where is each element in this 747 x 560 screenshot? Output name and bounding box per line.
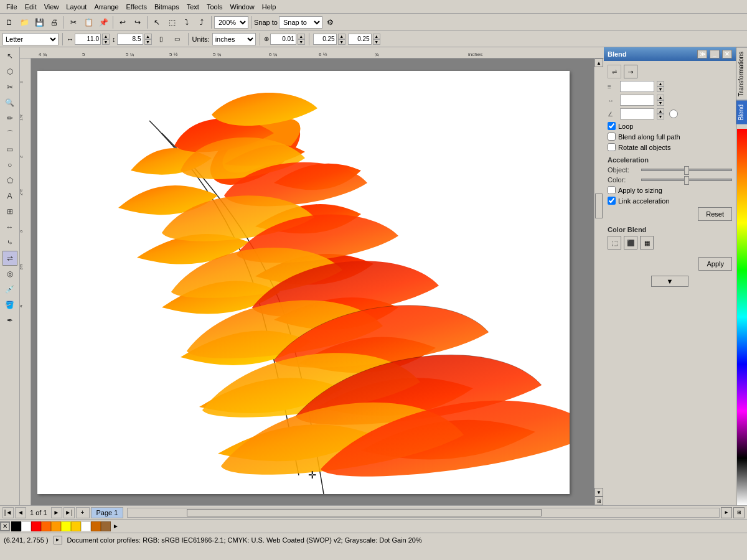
- palette-white[interactable]: [21, 521, 31, 531]
- scroll-thumb[interactable]: [595, 194, 603, 218]
- redo-btn[interactable]: ↪: [131, 16, 144, 29]
- freehand-tool[interactable]: ✏: [2, 111, 17, 126]
- steps-up[interactable]: ▲: [657, 81, 664, 86]
- menu-layout[interactable]: Layout: [62, 2, 90, 12]
- link-accel-checkbox[interactable]: [608, 197, 616, 205]
- portrait-btn[interactable]: ▯: [154, 32, 168, 46]
- connector-tool[interactable]: ⤷: [2, 235, 17, 250]
- print-btn[interactable]: 🖨: [47, 16, 61, 29]
- width-up[interactable]: ▲: [102, 34, 110, 39]
- page-size-select[interactable]: Letter: [2, 33, 59, 45]
- cut-btn[interactable]: ✂: [67, 16, 80, 29]
- nudge-down[interactable]: ▼: [298, 39, 305, 45]
- panel-close-btn[interactable]: ✕: [722, 50, 732, 58]
- fill-tool[interactable]: 🪣: [2, 297, 17, 312]
- snap-select[interactable]: Snap to Grid: [279, 16, 322, 29]
- margin-v-input[interactable]: [348, 34, 372, 45]
- loop-checkbox[interactable]: [608, 122, 616, 130]
- scroll-up-btn[interactable]: ▲: [594, 58, 603, 67]
- open-btn[interactable]: 📁: [17, 16, 31, 29]
- width-down[interactable]: ▼: [102, 39, 110, 45]
- menu-text[interactable]: Text: [183, 2, 203, 12]
- last-page-btn[interactable]: ►|: [63, 507, 75, 518]
- copy-btn[interactable]: 📋: [82, 16, 95, 29]
- angle-input[interactable]: 0.0: [620, 108, 654, 119]
- palette-red[interactable]: [31, 521, 41, 531]
- units-select[interactable]: inches mm cm: [212, 33, 256, 45]
- steps-input[interactable]: 13: [620, 81, 654, 92]
- scroll-down-btn[interactable]: ▼: [594, 488, 603, 497]
- menu-edit[interactable]: Edit: [21, 2, 40, 12]
- color-blend-icon-1[interactable]: ⬚: [608, 236, 621, 250]
- palette-black[interactable]: [11, 521, 21, 531]
- color-blend-icon-3[interactable]: ▦: [640, 236, 654, 250]
- margin-h-up[interactable]: ▲: [338, 34, 345, 39]
- crop-tool[interactable]: ✂: [2, 80, 17, 95]
- object-slider[interactable]: [641, 169, 732, 171]
- angle-down[interactable]: ▼: [657, 114, 664, 119]
- select-tool[interactable]: ↖: [2, 49, 17, 63]
- tab-transformations[interactable]: Transformations: [736, 47, 748, 100]
- angle-up[interactable]: ▲: [657, 108, 664, 114]
- menu-window[interactable]: Window: [227, 2, 258, 12]
- distance-input[interactable]: 0.12 ": [620, 95, 654, 106]
- contour-tool[interactable]: ◎: [2, 266, 17, 281]
- prev-page-btn[interactable]: ◄: [15, 507, 26, 518]
- no-color-swatch[interactable]: ✕: [0, 521, 10, 531]
- palette-white2[interactable]: [81, 521, 91, 531]
- text-tool[interactable]: A: [2, 189, 17, 203]
- canvas[interactable]: ✛ ▲ ▼ ⊞: [31, 58, 604, 505]
- landscape-btn[interactable]: ▭: [171, 32, 184, 46]
- zoom-tool[interactable]: 🔍: [2, 95, 17, 110]
- tab-blend[interactable]: Blend: [736, 100, 748, 124]
- color-slider-thumb[interactable]: [684, 176, 689, 185]
- menu-file[interactable]: File: [2, 2, 21, 12]
- margin-v-down[interactable]: ▼: [373, 39, 380, 45]
- panel-minimize-btn[interactable]: _: [710, 50, 720, 58]
- palette-brown[interactable]: [101, 521, 111, 531]
- color-slider[interactable]: [641, 179, 732, 181]
- menu-help[interactable]: Help: [258, 2, 280, 12]
- apply-sizing-checkbox[interactable]: [608, 186, 616, 194]
- smart-draw-tool[interactable]: ⌒: [2, 126, 17, 141]
- add-page-btn[interactable]: +: [76, 507, 90, 518]
- blend-type-icon[interactable]: ⇌: [608, 65, 621, 78]
- menu-arrange[interactable]: Arrange: [90, 2, 122, 12]
- coords-btn[interactable]: ►: [54, 536, 62, 544]
- shape-tool[interactable]: ⬡: [2, 64, 17, 79]
- width-input[interactable]: [75, 34, 101, 45]
- panel-dropdown-btn[interactable]: ▼: [651, 276, 688, 287]
- color-blend-icon-2[interactable]: ⬛: [624, 236, 637, 250]
- palette-scroll-right[interactable]: ►: [111, 521, 121, 531]
- cursor-btn[interactable]: ↖: [150, 16, 164, 29]
- margin-h-input[interactable]: [313, 34, 337, 45]
- new-btn[interactable]: 🗋: [2, 16, 16, 29]
- palette-amber[interactable]: [51, 521, 61, 531]
- distance-down[interactable]: ▼: [657, 100, 664, 106]
- polygon-tool[interactable]: ⬠: [2, 173, 17, 188]
- menu-tools[interactable]: Tools: [203, 2, 227, 12]
- paste-btn[interactable]: 📌: [96, 16, 110, 29]
- next-page-btn[interactable]: ►: [51, 507, 62, 518]
- rotate-all-checkbox[interactable]: [608, 143, 616, 151]
- undo-btn[interactable]: ↩: [116, 16, 129, 29]
- parallel-dim-tool[interactable]: ↔: [2, 220, 17, 235]
- rect-tool[interactable]: ▭: [2, 142, 17, 157]
- blend-path-checkbox[interactable]: [608, 133, 616, 141]
- zoom-icon-btn[interactable]: ⊞: [733, 507, 745, 518]
- menu-bitmaps[interactable]: Bitmaps: [151, 2, 183, 12]
- margin-v-up[interactable]: ▲: [373, 34, 380, 39]
- h-scrollbar[interactable]: [127, 508, 720, 518]
- margin-h-down[interactable]: ▼: [338, 39, 345, 45]
- snap-settings-btn[interactable]: ⚙: [324, 16, 337, 29]
- apply-button[interactable]: Apply: [698, 257, 732, 271]
- nudge-input[interactable]: [270, 34, 296, 45]
- panel-menu-btn[interactable]: ≫: [697, 50, 707, 58]
- nudge-up[interactable]: ▲: [298, 34, 305, 39]
- eyedropper-tool[interactable]: 💉: [2, 282, 17, 297]
- select-btn[interactable]: ⬚: [165, 16, 179, 29]
- object-slider-thumb[interactable]: [684, 166, 689, 175]
- h-scroll-thumb[interactable]: [187, 509, 542, 516]
- export-btn[interactable]: ⤴: [195, 16, 209, 29]
- menu-effects[interactable]: Effects: [123, 2, 151, 12]
